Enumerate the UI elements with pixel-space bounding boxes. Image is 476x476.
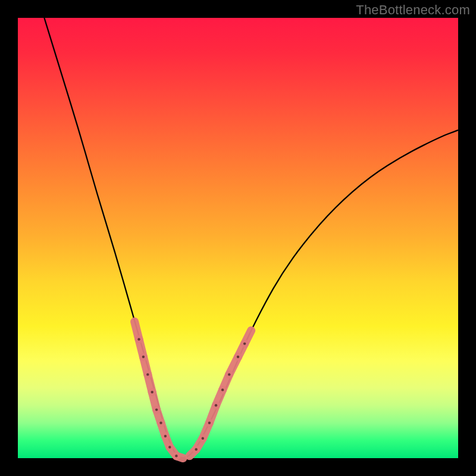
highlight-joint bbox=[164, 435, 167, 437]
highlight-joint bbox=[208, 422, 211, 424]
highlight-joint bbox=[155, 408, 158, 411]
highlight-joint bbox=[175, 455, 177, 457]
highlight-joint bbox=[195, 448, 198, 450]
chart-svg bbox=[18, 18, 458, 458]
chart-frame: TheBottleneck.com bbox=[0, 0, 476, 476]
plot-area bbox=[18, 18, 458, 458]
highlight-joint bbox=[202, 437, 204, 440]
highlight-joint bbox=[237, 356, 239, 358]
highlight-joint bbox=[215, 404, 217, 406]
highlight-joint bbox=[221, 389, 224, 391]
highlight-joint bbox=[243, 342, 246, 345]
highlight-joint bbox=[142, 356, 145, 358]
highlight-joint bbox=[168, 446, 171, 448]
main-curve bbox=[44, 18, 458, 458]
highlight-joint bbox=[151, 391, 154, 393]
highlight-joint bbox=[159, 422, 162, 424]
highlight-joint bbox=[228, 373, 230, 375]
highlight-joint bbox=[137, 338, 140, 340]
highlight-segment bbox=[245, 330, 251, 343]
watermark-text: TheBottleneck.com bbox=[356, 2, 470, 18]
highlight-joint bbox=[146, 373, 149, 375]
